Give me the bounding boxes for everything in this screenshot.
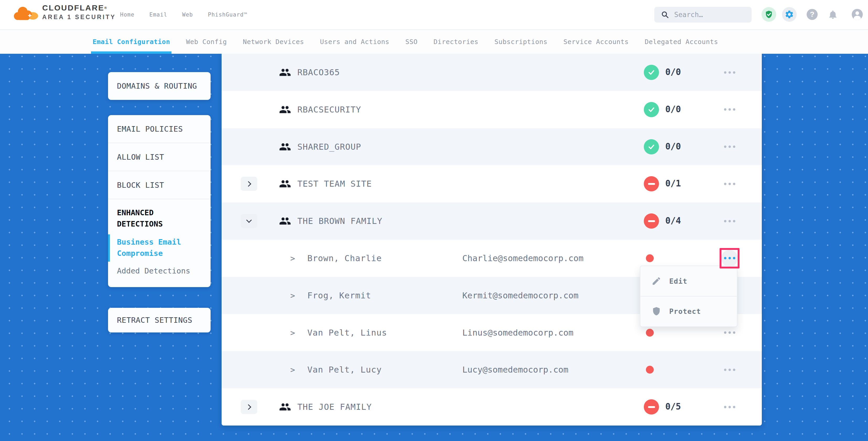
kebab-dot	[724, 332, 726, 334]
kebab-dot	[733, 406, 735, 408]
table-row: > Van Pelt, Lucy Lucy@somedemocorp.com	[222, 351, 762, 388]
tab-users-and-actions[interactable]: Users and Actions	[320, 30, 389, 54]
row-name: Van Pelt, Linus	[307, 328, 387, 338]
pencil-icon	[651, 276, 661, 286]
status-count: 0/0	[665, 141, 681, 152]
notifications-bell-icon[interactable]	[826, 7, 840, 22]
tab-web-config[interactable]: Web Config	[186, 30, 227, 54]
kebab-dot	[728, 146, 731, 148]
kebab-dot	[728, 108, 731, 111]
status-badge	[644, 176, 659, 191]
minus-icon	[648, 183, 655, 185]
help-icon[interactable]: ?	[805, 7, 819, 22]
table-row: THE BROWN FAMILY 0/4	[222, 202, 762, 240]
context-menu-label: Protect	[669, 307, 701, 315]
chevron-icon	[245, 404, 251, 410]
row-menu-button[interactable]	[714, 176, 745, 192]
sidebar-card-retract-settings: RETRACT SETTINGS	[108, 308, 211, 333]
row-menu-button[interactable]	[714, 213, 745, 229]
check-icon	[647, 68, 655, 76]
row-name: Van Pelt, Lucy	[307, 365, 382, 375]
group-icon	[279, 66, 291, 78]
shield-icon	[651, 306, 661, 316]
check-icon	[647, 143, 655, 151]
member-chevron-icon: >	[290, 328, 295, 338]
context-menu-label: Edit	[669, 277, 687, 285]
kebab-dot	[728, 406, 731, 408]
kebab-dot	[724, 108, 726, 111]
shield-check-icon[interactable]	[762, 7, 776, 22]
row-context-menu: Edit Protect	[640, 265, 737, 327]
sidebar-item-enhanced-detections: ENHANCED DETECTIONS	[117, 207, 196, 230]
row-menu-button[interactable]	[714, 250, 745, 266]
group-icon	[279, 178, 291, 190]
sidebar-item-block-list[interactable]: BLOCK LIST	[108, 171, 211, 199]
row-name: RBACSECURITY	[298, 105, 361, 115]
tab-service-accounts[interactable]: Service Accounts	[563, 30, 629, 54]
context-menu-item-edit[interactable]: Edit	[640, 266, 737, 296]
kebab-dot	[733, 220, 735, 222]
tab-directories[interactable]: Directories	[433, 30, 478, 54]
header-nav-link[interactable]: Home	[120, 11, 134, 18]
kebab-dot	[733, 71, 735, 74]
tab-sso[interactable]: SSO	[405, 30, 418, 54]
settings-gear-icon[interactable]	[782, 7, 797, 22]
tab-email-configuration[interactable]: Email Configuration	[93, 30, 170, 54]
row-menu-button[interactable]	[714, 102, 745, 118]
sidebar-item-added-detections[interactable]: Added Detections	[117, 265, 202, 277]
row-menu-button[interactable]	[714, 362, 745, 378]
kebab-dot	[728, 71, 731, 74]
tab-delegated-accounts[interactable]: Delegated Accounts	[645, 30, 718, 54]
search-icon	[661, 11, 669, 19]
expand-toggle-button[interactable]	[241, 177, 257, 191]
kebab-dot	[728, 183, 731, 185]
kebab-dot	[724, 220, 726, 222]
header-nav-link[interactable]: Web	[182, 11, 193, 18]
kebab-dot	[733, 369, 735, 371]
chevron-icon	[246, 217, 252, 223]
row-menu-button[interactable]	[714, 399, 745, 415]
kebab-dot	[724, 183, 726, 185]
row-menu-button[interactable]	[714, 139, 745, 155]
member-chevron-icon: >	[290, 365, 295, 374]
sidebar-item-email-policies[interactable]: EMAIL POLICIES	[108, 115, 211, 143]
status-dot	[646, 254, 654, 262]
member-chevron-icon: >	[290, 291, 295, 300]
sidebar-card-email-policies: EMAIL POLICIESALLOW LISTBLOCK LISTENHANC…	[108, 115, 211, 287]
header-nav-link[interactable]: Email	[150, 11, 167, 18]
status-badge	[644, 102, 659, 117]
product-name: AREA 1 SECURITY	[42, 13, 116, 21]
status-dot	[646, 366, 654, 374]
minus-icon	[648, 220, 655, 222]
search-input[interactable]	[674, 11, 740, 19]
sidebar-item-retract-settings[interactable]: RETRACT SETTINGS	[108, 316, 192, 324]
sidebar-item-allow-list[interactable]: ALLOW LIST	[108, 143, 211, 171]
context-menu-item-protect[interactable]: Protect	[640, 296, 737, 326]
table-row: THE JOE FAMILY 0/5	[222, 388, 762, 426]
expand-toggle-button[interactable]	[241, 214, 257, 228]
search-box[interactable]	[654, 7, 751, 23]
row-menu-button[interactable]	[714, 325, 745, 341]
group-icon	[279, 141, 291, 153]
status-badge	[644, 399, 659, 414]
sidebar-item-domains-routing[interactable]: DOMAINS & ROUTING	[108, 82, 197, 90]
kebab-dot	[733, 183, 735, 185]
status-badge	[644, 139, 659, 154]
expand-toggle-button[interactable]	[241, 400, 257, 414]
tab-network-devices[interactable]: Network Devices	[243, 30, 304, 54]
tab-subscriptions[interactable]: Subscriptions	[494, 30, 547, 54]
row-name: Frog, Kermit	[307, 290, 371, 301]
kebab-dot	[724, 146, 726, 148]
kebab-dot	[733, 108, 735, 111]
kebab-dot	[724, 71, 726, 74]
header-nav-link[interactable]: PhishGuard™	[208, 11, 247, 18]
status-count: 0/0	[665, 104, 681, 114]
groups-table: RBACO365 0/0 RBACSE	[222, 54, 762, 426]
row-email: Charlie@somedemocorp.com	[462, 253, 584, 263]
header-nav: HomeEmailWebPhishGuard™	[120, 0, 247, 29]
row-menu-button[interactable]	[714, 64, 745, 80]
sidebar-item-business-email-compromise[interactable]: Business Email Compromise	[108, 237, 194, 259]
row-email: Lucy@somedemocorp.com	[462, 365, 568, 375]
row-email: Linus@somedemocorp.com	[462, 328, 574, 338]
account-icon[interactable]	[850, 7, 865, 22]
